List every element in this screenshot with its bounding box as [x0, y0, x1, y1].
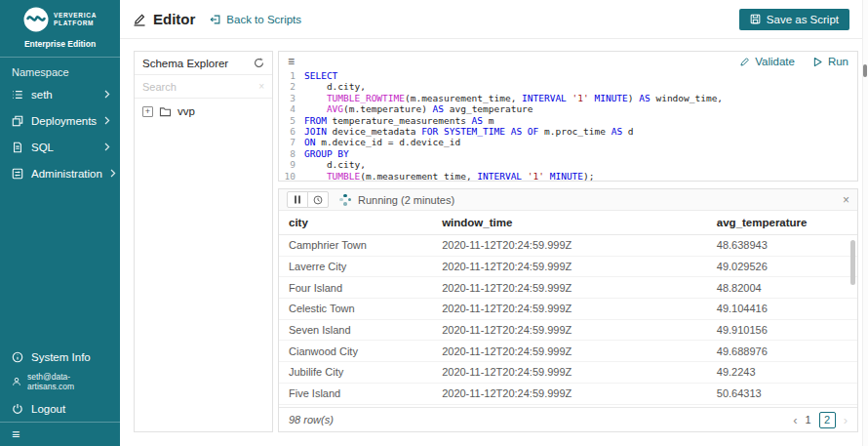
- power-icon: [12, 403, 23, 415]
- sidebar-item-deployments[interactable]: Deployments: [0, 107, 120, 134]
- table-cell: Seven Island: [279, 324, 432, 336]
- code-line: 1SELECT: [279, 70, 857, 81]
- line-number: 1: [279, 70, 296, 81]
- next-page-icon[interactable]: ›: [844, 414, 848, 426]
- sidebar-item-namespace[interactable]: seth: [0, 81, 120, 107]
- table-row: Four Island2020-11-12T20:24:59.999Z48.82…: [279, 277, 857, 299]
- code-segment: d.city,: [304, 159, 366, 170]
- editor-menu-icon[interactable]: ≡: [288, 56, 295, 67]
- line-number: 2: [279, 81, 296, 92]
- pagination: ‹ 1 2 ›: [793, 412, 848, 428]
- table-cell: 2020-11-12T20:24:59.999Z: [432, 261, 707, 272]
- run-play-icon: [812, 57, 823, 67]
- refresh-icon[interactable]: [254, 58, 264, 68]
- page-button-1[interactable]: 1: [806, 414, 811, 426]
- table-cell: 48.638943: [707, 239, 857, 251]
- chevron-right-icon: [104, 116, 110, 125]
- save-as-script-button[interactable]: Save as Script: [739, 9, 849, 30]
- table-row: Cianwood City2020-11-12T20:24:59.999Z49.…: [279, 341, 857, 362]
- run-button[interactable]: Run: [812, 56, 848, 67]
- table-scrollbar-thumb[interactable]: [850, 240, 855, 285]
- code-lines[interactable]: 1SELECT2 d.city,3 TUMBLE_ROWTIME(m.measu…: [279, 69, 857, 182]
- code-segment: TUMBLE: [327, 171, 360, 182]
- table-row: Laverre City2020-11-12T20:24:59.999Z49.0…: [279, 257, 857, 278]
- code-segment: INTERVAL: [477, 171, 522, 182]
- line-number: 4: [279, 103, 296, 114]
- column-header-city: city: [279, 217, 432, 228]
- row-count: 98 row(s): [289, 414, 334, 426]
- schema-explorer-panel: Schema Explorer × + vvp: [134, 51, 273, 432]
- table-cell: Camphrier Town: [279, 239, 432, 251]
- code-segment: avg_temperature: [444, 103, 533, 114]
- code-segment: INTERVAL: [522, 93, 567, 103]
- code-segment: d.city,: [304, 81, 366, 92]
- table-cell: 50.64313: [707, 387, 857, 399]
- code-line: 4 AVG(m.temperature) AS avg_temperature: [279, 103, 857, 114]
- validate-pencil-icon: [739, 57, 750, 67]
- sql-document-icon: [12, 142, 23, 153]
- expand-plus-icon[interactable]: +: [142, 106, 153, 117]
- pause-button[interactable]: [287, 191, 308, 208]
- validate-button[interactable]: Validate: [739, 56, 795, 67]
- table-cell: 49.2243: [707, 366, 857, 378]
- sidebar-item-administration[interactable]: Administration: [0, 160, 120, 186]
- schema-search-row: ×: [135, 75, 272, 99]
- pause-icon: [294, 195, 301, 204]
- search-input[interactable]: [142, 81, 255, 93]
- user-email: seth@data-artisans.com: [27, 372, 108, 391]
- chevron-right-icon: [104, 90, 110, 99]
- table-cell: 2020-11-12T20:24:59.999Z: [432, 366, 707, 378]
- user-email-row: seth@data-artisans.com: [0, 370, 120, 395]
- schema-explorer-title: Schema Explorer: [142, 58, 228, 69]
- collapse-menu-icon: ≡: [12, 426, 20, 442]
- code-segment: SELECT: [304, 70, 337, 81]
- save-button-label: Save as Script: [767, 14, 839, 25]
- code-line: 9 d.city,: [279, 159, 857, 170]
- table-row: Jubilife City2020-11-12T20:24:59.999Z49.…: [279, 362, 857, 384]
- code-segment: [304, 171, 327, 182]
- page-button-2-active[interactable]: 2: [819, 412, 836, 428]
- code-segment: '1': [528, 171, 544, 182]
- code-segment: FROM: [304, 115, 327, 126]
- page-scrollbar-track[interactable]: [862, 0, 868, 446]
- close-icon[interactable]: ×: [843, 194, 849, 206]
- code-segment: AS: [639, 93, 650, 103]
- brand-line1: VERVERICA: [54, 12, 97, 20]
- back-to-scripts-link[interactable]: Back to Scripts: [210, 14, 301, 25]
- code-segment: [304, 103, 327, 114]
- loading-spinner-icon: [339, 194, 351, 206]
- code-segment: device_metadata: [327, 126, 421, 137]
- table-cell: Celestic Town: [279, 303, 432, 314]
- history-clock-button[interactable]: [307, 191, 329, 208]
- code-segment: AS: [472, 115, 483, 126]
- sql-editor-panel[interactable]: ≡ Validate Run 1SELECT2 d.city,3 TUMBLE_…: [278, 51, 858, 182]
- results-panel: Running (2 minutes) × city window_time a…: [278, 188, 858, 432]
- table-cell: 49.029526: [707, 261, 857, 272]
- code-segment: m.proc_time: [538, 126, 611, 137]
- code-segment: FOR SYSTEM_TIME: [421, 126, 505, 137]
- code-line: 3 TUMBLE_ROWTIME(m.measurement_time, INT…: [279, 93, 857, 103]
- sidebar-item-logout[interactable]: Logout: [0, 395, 120, 422]
- table-cell: 49.104416: [707, 303, 857, 314]
- brand: VERVERICA PLATFORM: [0, 0, 120, 32]
- user-icon: [12, 377, 21, 386]
- chevron-right-icon: [110, 169, 116, 178]
- prev-page-icon[interactable]: ‹: [793, 414, 797, 426]
- code-segment: AS: [433, 103, 444, 114]
- table-row: Seven Island2020-11-12T20:24:59.999Z49.9…: [279, 320, 857, 342]
- edition-label: Enterprise Edition: [0, 32, 120, 57]
- code-segment: );: [583, 171, 594, 182]
- code-segment: MINUTE: [594, 93, 627, 103]
- sidebar-item-sql[interactable]: SQL: [0, 134, 120, 160]
- sidebar-item-label: seth: [31, 89, 53, 101]
- folder-icon: [159, 106, 172, 117]
- query-status-text: Running (2 minutes): [358, 194, 454, 206]
- clear-search-icon[interactable]: ×: [258, 81, 264, 92]
- column-header-window-time: window_time: [432, 217, 707, 228]
- schema-explorer-header: Schema Explorer: [135, 52, 272, 75]
- page-scrollbar-thumb[interactable]: [863, 64, 867, 77]
- code-segment: d: [622, 126, 633, 137]
- tree-item-vvp[interactable]: + vvp: [135, 99, 272, 124]
- sidebar-item-system-info[interactable]: System Info: [0, 344, 120, 370]
- sidebar-collapse-toggle[interactable]: ≡: [0, 422, 120, 446]
